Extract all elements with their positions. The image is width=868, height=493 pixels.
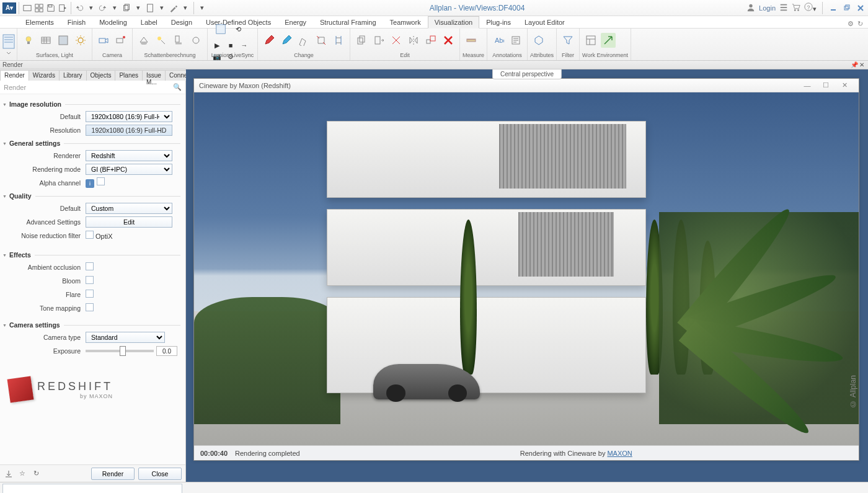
edit-copy-icon[interactable]: [354, 33, 369, 48]
maxon-link[interactable]: MAXON: [607, 450, 632, 457]
checkbox-tone[interactable]: [86, 303, 94, 311]
surface-grid-icon[interactable]: [38, 33, 53, 48]
qat-paste-icon[interactable]: [144, 2, 156, 14]
tab-energy[interactable]: Energy: [278, 16, 313, 28]
alpha-info-icon[interactable]: i: [86, 179, 94, 188]
cart-icon[interactable]: [792, 3, 800, 13]
search-icon[interactable]: 🔍: [173, 83, 182, 91]
shadow-cast-icon[interactable]: [171, 33, 186, 48]
tab-finish[interactable]: Finish: [61, 16, 92, 28]
render-minimize-icon[interactable]: —: [798, 82, 817, 89]
render-button[interactable]: Render: [91, 468, 135, 480]
qat-tools-icon[interactable]: [168, 2, 179, 14]
qat-undo-dropdown[interactable]: ▾: [86, 2, 97, 14]
qat-save-icon[interactable]: [45, 2, 56, 14]
qat-paste-dropdown[interactable]: ▾: [156, 2, 167, 14]
exposure-value[interactable]: 0.0: [156, 346, 177, 356]
change-modify-icon[interactable]: [296, 33, 311, 48]
ribbon-big-button[interactable]: [0, 29, 17, 60]
section-effects[interactable]: Effects: [2, 251, 180, 259]
shadow-calc-icon[interactable]: [136, 33, 151, 48]
perspective-label[interactable]: Central perspective: [492, 69, 562, 79]
tab-structural[interactable]: Structural Framing: [313, 16, 383, 28]
tab-visualization[interactable]: Visualization: [428, 16, 480, 29]
viewport[interactable]: Central perspective Cineware by Maxon (R…: [186, 69, 868, 482]
select-quality-default[interactable]: Custom: [86, 203, 172, 214]
material-icon[interactable]: [56, 33, 71, 48]
checkbox-alpha[interactable]: [97, 177, 105, 185]
edit-move-icon[interactable]: [371, 33, 386, 48]
lumion-next-icon[interactable]: →: [239, 41, 250, 50]
filter-icon[interactable]: [560, 33, 575, 48]
section-quality[interactable]: Quality: [2, 192, 180, 200]
qat-copy-dropdown[interactable]: ▾: [133, 2, 144, 14]
qat-redo-icon[interactable]: [97, 2, 108, 14]
help-icon[interactable]: ?▾: [804, 2, 817, 13]
render-close-icon[interactable]: ✕: [835, 81, 854, 89]
render-maximize-icon[interactable]: ☐: [817, 81, 835, 89]
lumion-play-icon[interactable]: ▶: [211, 41, 223, 50]
ptab-objects[interactable]: Objects: [86, 70, 116, 81]
tab-design[interactable]: Design: [164, 16, 199, 28]
shadow-settings-icon[interactable]: [188, 33, 203, 48]
list-icon[interactable]: [779, 3, 788, 13]
close-panel-button[interactable]: Close: [138, 468, 182, 480]
annotation-note-icon[interactable]: [508, 33, 523, 48]
ribbon-refresh-icon[interactable]: ↻: [857, 20, 863, 28]
workenv-arrow-icon[interactable]: [601, 33, 616, 48]
annotation-text-icon[interactable]: Abc: [491, 33, 506, 48]
edit-mirror-icon[interactable]: [406, 33, 421, 48]
checkbox-ao[interactable]: [86, 262, 94, 270]
panel-close-icon[interactable]: ✕: [858, 61, 866, 68]
camera-path-icon[interactable]: [96, 33, 111, 48]
minimize-button[interactable]: [828, 3, 838, 13]
tab-plugins[interactable]: Plug-ins: [479, 16, 518, 28]
attributes-icon[interactable]: [531, 33, 546, 48]
tab-modeling[interactable]: Modeling: [92, 16, 134, 28]
lumion-stop-icon[interactable]: ■: [225, 41, 236, 50]
edit-rotate-icon[interactable]: [389, 33, 404, 48]
panel-pin-icon[interactable]: 📌: [851, 61, 858, 68]
workenv-layout-icon[interactable]: [583, 33, 598, 48]
ptab-planes[interactable]: Planes: [115, 70, 143, 81]
shadow-sun-icon[interactable]: [154, 33, 169, 48]
select-res-default[interactable]: 1920x1080 (16:9) Full-HD: [86, 111, 172, 122]
resolution-value[interactable]: 1920x1080 (16:9) Full-HD: [86, 125, 172, 136]
ribbon-settings-icon[interactable]: ⚙: [848, 20, 854, 28]
tab-teamwork[interactable]: Teamwork: [383, 16, 428, 28]
login-link[interactable]: Login: [759, 4, 776, 12]
ptab-library[interactable]: Library: [59, 70, 87, 81]
edit-delete-icon[interactable]: [441, 33, 456, 48]
checkbox-noise[interactable]: [86, 231, 94, 239]
qat-redo-dropdown[interactable]: ▾: [109, 2, 120, 14]
qat-tools-dropdown[interactable]: ▾: [180, 2, 191, 14]
tab-label[interactable]: Label: [134, 16, 164, 28]
command-input[interactable]: [2, 484, 182, 493]
change-height-icon[interactable]: [331, 33, 346, 48]
tab-elements[interactable]: Elements: [19, 16, 61, 28]
measure-icon[interactable]: [464, 33, 479, 48]
change-brush-icon[interactable]: [279, 33, 294, 48]
lumion-main-icon[interactable]: [211, 20, 230, 38]
ptab-issues[interactable]: Issue M...: [142, 70, 166, 81]
ptab-render[interactable]: Render: [0, 70, 29, 81]
select-render-mode[interactable]: GI (BF+IPC): [86, 164, 172, 175]
tab-layout-editor[interactable]: Layout Editor: [518, 16, 572, 28]
close-button[interactable]: [856, 3, 866, 13]
camera-record-icon[interactable]: [113, 33, 128, 48]
btn-advanced-edit[interactable]: Edit: [86, 216, 172, 228]
qat-grid-icon[interactable]: [33, 2, 45, 14]
qat-undo-icon[interactable]: [74, 2, 85, 14]
panel-refresh-icon[interactable]: ↻: [31, 469, 41, 479]
select-camera-type[interactable]: Standard: [86, 332, 165, 343]
panel-export-icon[interactable]: [4, 469, 14, 479]
sun-icon[interactable]: [73, 33, 88, 48]
change-pen-icon[interactable]: [262, 33, 277, 48]
checkbox-bloom[interactable]: [86, 276, 94, 284]
qat-customize[interactable]: ▾: [197, 2, 208, 14]
change-stretch-icon[interactable]: [314, 33, 329, 48]
qat-window-icon[interactable]: [22, 2, 33, 14]
restore-button[interactable]: [842, 3, 852, 13]
qat-copy-icon[interactable]: [121, 2, 132, 14]
section-general[interactable]: General settings: [2, 140, 180, 147]
